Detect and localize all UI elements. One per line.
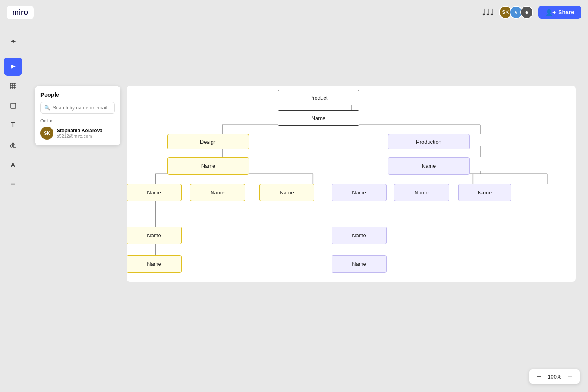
- people-panel-title: People: [40, 91, 115, 98]
- node-design-name[interactable]: Name: [167, 157, 249, 175]
- font-tool[interactable]: A: [4, 156, 22, 174]
- zoom-controls: − 100% +: [529, 369, 580, 384]
- node-product[interactable]: Product: [278, 90, 359, 105]
- node-p-mid[interactable]: Name: [394, 184, 449, 201]
- node-d-left-grandchild[interactable]: Name: [127, 255, 182, 273]
- node-p-left-grandchild[interactable]: Name: [332, 255, 387, 273]
- node-d-mid[interactable]: Name: [190, 184, 245, 201]
- note-tool[interactable]: [4, 97, 22, 115]
- music-icon: ♩♩♩: [482, 7, 494, 18]
- shapes-tool[interactable]: [4, 136, 22, 154]
- add-tool[interactable]: +: [4, 175, 22, 193]
- logo[interactable]: miro: [7, 6, 34, 19]
- share-icon: 👤+: [546, 9, 556, 16]
- zoom-level: 100%: [547, 374, 562, 380]
- svg-marker-8: [12, 142, 14, 145]
- node-prod-name[interactable]: Name: [388, 157, 470, 175]
- table-tool[interactable]: [4, 77, 22, 95]
- svg-rect-0: [10, 83, 16, 89]
- topbar-right: ♩♩♩ SK V ◆ 👤+ Share: [482, 6, 581, 19]
- node-d-left-child[interactable]: Name: [127, 227, 182, 244]
- user-name: Stephania Kolarova: [57, 128, 102, 134]
- svg-point-6: [10, 145, 13, 147]
- topbar: miro ♩♩♩ SK V ◆ 👤+ Share: [0, 0, 588, 24]
- online-label: Online: [40, 118, 115, 123]
- toolbar-separator: [7, 54, 19, 54]
- node-design[interactable]: Design: [167, 134, 249, 149]
- left-toolbar: ✦ T A +: [4, 33, 22, 193]
- node-p-right[interactable]: Name: [458, 184, 511, 201]
- avatars-group: SK V ◆: [499, 6, 533, 19]
- node-d-left[interactable]: Name: [127, 184, 182, 201]
- sparkle-tool[interactable]: ✦: [4, 33, 22, 51]
- zoom-out-button[interactable]: −: [534, 372, 544, 381]
- user-avatar: SK: [40, 127, 53, 140]
- node-name-top[interactable]: Name: [278, 110, 359, 126]
- people-panel: People 🔍 Online SK Stephania Kolarova s5…: [35, 86, 120, 145]
- user-item: SK Stephania Kolarova s5212@miro.com: [40, 127, 115, 140]
- node-p-left[interactable]: Name: [332, 184, 387, 201]
- zoom-in-button[interactable]: +: [565, 372, 575, 381]
- node-d-right[interactable]: Name: [259, 184, 314, 201]
- node-p-left-child[interactable]: Name: [332, 227, 387, 244]
- text-tool[interactable]: T: [4, 116, 22, 134]
- avatar-3: ◆: [520, 6, 533, 19]
- svg-rect-7: [13, 145, 16, 147]
- node-production[interactable]: Production: [388, 134, 470, 149]
- svg-rect-5: [11, 103, 16, 108]
- search-input[interactable]: [53, 105, 111, 111]
- search-box[interactable]: 🔍: [40, 102, 115, 114]
- user-info: Stephania Kolarova s5212@miro.com: [57, 128, 102, 138]
- canvas-area[interactable]: Product Name Design Production Name Name…: [127, 86, 576, 282]
- share-button[interactable]: 👤+ Share: [538, 6, 581, 19]
- search-icon: 🔍: [44, 105, 50, 111]
- cursor-tool[interactable]: [4, 58, 22, 76]
- user-email: s5212@miro.com: [57, 134, 102, 138]
